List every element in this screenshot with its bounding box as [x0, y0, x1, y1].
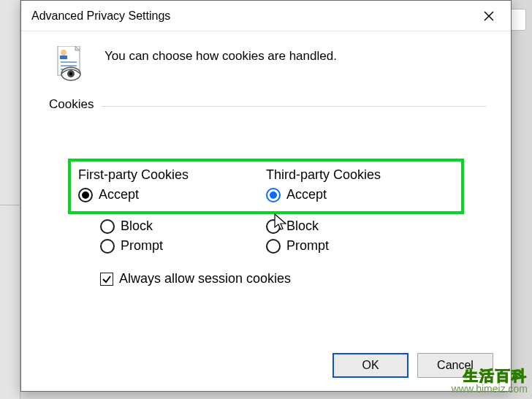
cookies-fieldset-label: Cookies — [49, 97, 98, 111]
parent-window-edge — [0, 0, 20, 399]
svg-point-4 — [61, 50, 66, 56]
ok-button[interactable]: OK — [332, 353, 408, 378]
remaining-options: Block Prompt Block — [68, 214, 464, 258]
third-party-block-radio[interactable]: Block — [266, 218, 432, 234]
radio-label: Block — [121, 218, 153, 234]
highlight-box: First-party Cookies Accept Third-party C… — [68, 159, 464, 214]
third-party-accept-radio[interactable]: Accept — [266, 187, 454, 202]
watermark-text: 生活百科 — [452, 368, 528, 384]
svg-rect-5 — [60, 56, 67, 59]
close-button[interactable] — [471, 4, 506, 28]
radio-label: Accept — [99, 187, 139, 202]
third-party-prompt-radio[interactable]: Prompt — [266, 238, 432, 254]
radio-icon — [78, 188, 93, 202]
close-icon — [484, 11, 494, 21]
first-party-block-radio[interactable]: Block — [100, 218, 266, 234]
dialog-content: You can choose how cookies are handled. … — [21, 31, 511, 305]
radio-icon — [266, 239, 281, 254]
radio-icon — [100, 219, 115, 234]
privacy-document-icon — [55, 46, 84, 81]
radio-icon — [266, 219, 281, 234]
first-party-column: First-party Cookies Accept — [78, 167, 266, 207]
parent-window-divider — [0, 205, 20, 205]
radio-label: Accept — [286, 187, 327, 202]
cookies-fieldset: Cookies First-party Cookies Accept Third — [46, 97, 486, 286]
intro-text: You can choose how cookies are handled. — [104, 46, 337, 64]
third-party-column: Third-party Cookies Accept — [266, 167, 454, 207]
watermark-url: www.bimeiz.com — [452, 384, 528, 395]
checkbox-icon — [100, 273, 113, 286]
first-party-prompt-radio[interactable]: Prompt — [100, 238, 266, 254]
first-party-header: First-party Cookies — [78, 167, 266, 183]
radio-label: Prompt — [121, 238, 163, 254]
intro-row: You can choose how cookies are handled. — [40, 46, 492, 81]
ok-button-label: OK — [362, 359, 379, 372]
checkbox-label: Always allow session cookies — [119, 271, 291, 286]
radio-icon — [100, 239, 115, 254]
session-cookies-checkbox[interactable]: Always allow session cookies — [100, 271, 464, 286]
first-party-accept-radio[interactable]: Accept — [78, 187, 266, 202]
desktop-background: d Advanced Privacy Settings — [0, 0, 532, 399]
radio-icon — [266, 188, 281, 202]
dialog-title: Advanced Privacy Settings — [31, 10, 170, 23]
fieldset-divider — [102, 106, 486, 107]
third-party-header: Third-party Cookies — [266, 167, 454, 183]
watermark: 生活百科 www.bimeiz.com — [452, 368, 528, 395]
radio-label: Block — [286, 218, 319, 234]
cookie-options-grid: First-party Cookies Accept Third-party C… — [46, 159, 486, 286]
privacy-settings-dialog: Advanced Privacy Settings — [20, 0, 512, 392]
svg-point-11 — [69, 72, 72, 75]
titlebar[interactable]: Advanced Privacy Settings — [21, 1, 511, 31]
radio-label: Prompt — [286, 238, 329, 254]
